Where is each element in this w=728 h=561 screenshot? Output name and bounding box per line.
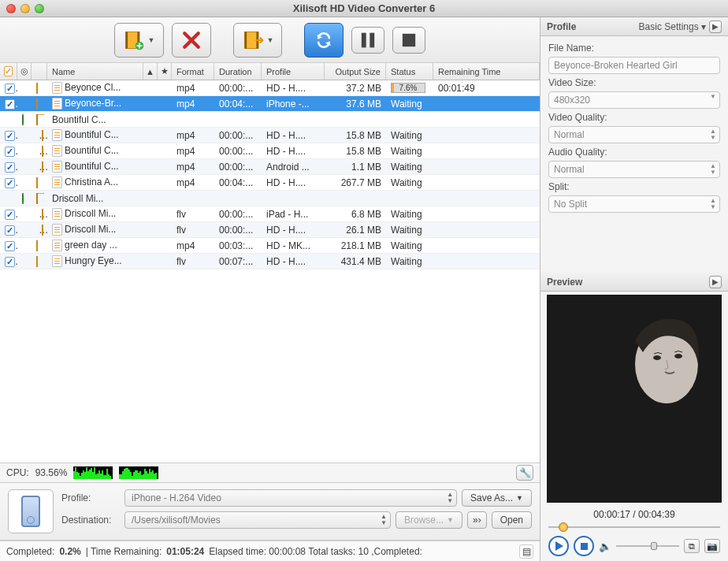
row-checkbox[interactable]: ✓ <box>5 210 15 220</box>
preview-seek[interactable] <box>548 523 720 531</box>
snapshot-icon[interactable]: 📷 <box>704 539 720 553</box>
settings-icon[interactable]: 🔧 <box>516 465 533 481</box>
cpu-label: CPU: <box>6 467 29 478</box>
video-file-icon <box>36 98 38 110</box>
destination-label: Destination: <box>61 515 120 526</box>
videoquality-input[interactable]: Normal▲▼ <box>548 126 720 143</box>
col-profile[interactable]: Profile <box>262 63 325 80</box>
videoquality-label: Video Quality: <box>548 112 720 123</box>
row-checkbox[interactable]: ✓ <box>5 131 15 141</box>
preview-play-button[interactable] <box>548 536 569 556</box>
open-button[interactable]: Open <box>492 511 532 529</box>
videosize-input[interactable]: 480x320▼ <box>548 91 720 109</box>
row-checkbox[interactable]: ✓ <box>5 257 15 267</box>
svg-point-13 <box>674 354 682 359</box>
table-row[interactable]: ✓ Bountiful C...mp400:00:...Android ...1… <box>0 159 540 175</box>
audioquality-label: Audio Quality: <box>548 147 720 158</box>
output-profile-button[interactable]: ▼ <box>233 23 283 58</box>
svg-point-12 <box>653 355 661 360</box>
pause-button[interactable] <box>351 27 384 54</box>
table-row[interactable]: ✓Beyonce-Br...mp400:04:...iPhone -...37.… <box>0 96 540 112</box>
table-row[interactable]: ✓green day ...mp400:03:...HD - MK...218.… <box>0 238 540 254</box>
table-row[interactable]: ✓Hungry Eye...flv00:07:...HD - H....431.… <box>0 254 540 269</box>
split-input[interactable]: No Split▲▼ <box>548 195 720 213</box>
col-status[interactable]: Status <box>386 63 433 80</box>
video-file-icon <box>42 146 43 157</box>
preview-stop-button[interactable] <box>574 536 594 556</box>
doc-icon <box>52 161 62 173</box>
row-checkbox[interactable]: ✓ <box>5 147 15 157</box>
col-icon[interactable] <box>32 63 47 80</box>
basic-settings-dropdown[interactable]: Basic Settings ▾ <box>639 21 706 32</box>
col-name[interactable]: Name <box>47 63 143 80</box>
preview-video[interactable] <box>547 295 722 503</box>
folder-row[interactable]: Bountiful C... <box>0 112 540 128</box>
row-checkbox[interactable]: ✓ <box>5 241 15 251</box>
save-as-button[interactable]: Save As... ▼ <box>462 489 532 507</box>
chevron-down-icon: ▼ <box>267 36 274 44</box>
expand-profile-icon[interactable]: ▶ <box>709 20 722 33</box>
video-file-icon <box>42 225 43 236</box>
col-remaining[interactable]: Remaining Time <box>433 63 540 80</box>
video-file-icon <box>36 177 38 188</box>
table-row[interactable]: ✓Beyonce Cl...mp400:00:...HD - H....37.2… <box>0 80 540 96</box>
video-file-icon <box>36 83 38 94</box>
table-row[interactable]: ✓ Driscoll Mi...flv00:00:...HD - H....26… <box>0 222 540 238</box>
expand-icon[interactable] <box>22 114 24 125</box>
volume-icon[interactable]: 🔈 <box>599 541 611 552</box>
browse-button[interactable]: Browse... ▼ <box>396 511 462 529</box>
video-file-icon <box>42 130 43 141</box>
col-format[interactable]: Format <box>172 63 214 80</box>
settings-form: File Name: Beyonce-Broken Hearted Girl V… <box>540 36 728 219</box>
expand-preview-icon[interactable]: ▶ <box>709 276 722 288</box>
stop-button[interactable] <box>392 27 425 54</box>
add-files-button[interactable]: ▼ <box>114 23 164 58</box>
cpu-value: 93.56% <box>35 467 68 478</box>
doc-icon <box>52 129 62 141</box>
convert-button[interactable] <box>304 23 344 58</box>
file-table[interactable]: ✓Beyonce Cl...mp400:00:...HD - H....37.2… <box>0 80 540 463</box>
split-label: Split: <box>548 181 720 192</box>
folder-icon <box>36 114 38 125</box>
filename-input[interactable]: Beyonce-Broken Hearted Girl <box>548 57 720 74</box>
preview-panel-header: Preview ▶ <box>540 273 728 292</box>
table-row[interactable]: ✓ Driscoll Mi...flv00:00:...iPad - H...6… <box>0 206 540 222</box>
doc-icon <box>52 145 62 157</box>
profile-combo[interactable]: iPhone - H.264 Video▲▼ <box>124 489 457 507</box>
col-state[interactable]: ◎ <box>17 63 32 80</box>
skip-button[interactable]: »› <box>467 511 487 529</box>
chevron-down-icon: ▼ <box>148 36 155 44</box>
table-header: ✓ ◎ Name ▲ ★ Format Duration Profile Out… <box>0 63 540 80</box>
row-checkbox[interactable]: ✓ <box>5 99 15 110</box>
col-sort[interactable]: ▲ <box>143 63 158 80</box>
row-checkbox[interactable]: ✓ <box>5 84 15 94</box>
audioquality-input[interactable]: Normal▲▼ <box>548 161 720 178</box>
profile-label: Profile: <box>61 492 120 503</box>
col-output[interactable]: Output Size <box>325 63 386 80</box>
table-row[interactable]: ✓Christina A...mp400:04:...HD - H....267… <box>0 175 540 191</box>
folder-icon <box>36 193 38 204</box>
doc-icon <box>52 98 62 110</box>
svg-rect-5 <box>244 32 247 48</box>
folder-row[interactable]: Driscoll Mi... <box>0 191 540 206</box>
volume-slider[interactable] <box>616 545 679 547</box>
col-duration[interactable]: Duration <box>214 63 262 80</box>
expand-icon[interactable] <box>22 193 24 204</box>
row-checkbox[interactable]: ✓ <box>5 225 15 236</box>
progress-bar: 7.6% <box>391 83 425 93</box>
destination-combo[interactable]: /Users/xilisoft/Movies▲▼ <box>124 511 391 529</box>
doc-icon <box>52 224 62 236</box>
table-row[interactable]: ✓ Bountiful C...mp400:00:...HD - H....15… <box>0 128 540 143</box>
toolbar: ▼ ▼ <box>0 17 540 63</box>
col-checkbox[interactable]: ✓ <box>0 63 17 80</box>
col-star[interactable]: ★ <box>158 63 172 80</box>
snapshot-folder-icon[interactable]: ⧉ <box>684 539 700 553</box>
remove-button[interactable] <box>172 23 211 58</box>
table-row[interactable]: ✓ Bountiful C...mp400:00:...HD - H....15… <box>0 143 540 159</box>
row-checkbox[interactable]: ✓ <box>5 162 15 173</box>
row-checkbox[interactable]: ✓ <box>5 178 15 188</box>
doc-icon <box>52 208 62 220</box>
video-file-icon <box>42 162 43 173</box>
device-thumbnail <box>8 489 54 533</box>
log-icon[interactable]: ▤ <box>519 544 533 559</box>
